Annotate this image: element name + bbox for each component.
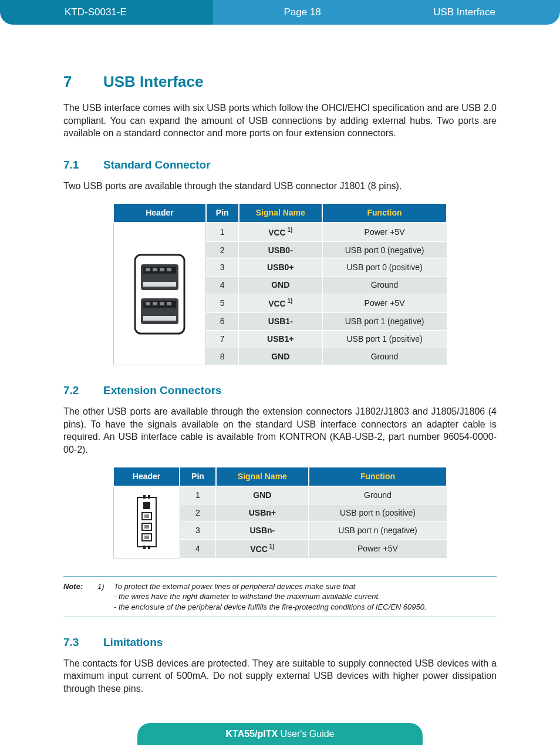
svg-rect-17	[148, 495, 150, 499]
col-header: Header	[113, 467, 180, 486]
section-7-2-title: 7.2Extension Connectors	[63, 383, 497, 398]
svg-rect-16	[143, 495, 146, 499]
header-image-cell	[113, 486, 180, 558]
function-cell: Ground	[322, 348, 447, 365]
function-cell: USB port 1 (positive)	[322, 330, 447, 348]
signal-cell: GND	[239, 348, 323, 365]
signal-cell: USB0+	[239, 259, 323, 277]
svg-rect-18	[143, 546, 146, 549]
function-cell: USB port n (positive)	[309, 504, 447, 522]
header-image-cell	[113, 223, 206, 365]
section-7-1-title: 7.1Standard Connector	[63, 157, 497, 173]
section-7-3-paragraph: The contacts for USB devices are protect…	[63, 657, 497, 695]
col-signal: Signal Name	[216, 467, 309, 486]
function-cell: USB port n (negative)	[309, 522, 447, 540]
pin-cell: 6	[206, 312, 239, 330]
col-pin: Pin	[206, 203, 239, 223]
pin-cell: 1	[206, 223, 239, 241]
svg-rect-3	[146, 268, 150, 271]
signal-cell: GND	[239, 277, 323, 294]
col-function: Function	[322, 203, 447, 223]
footnote-box: Note: 1) To protect the external power l…	[63, 576, 497, 618]
section-7-1-number: 7.1	[63, 157, 103, 173]
pin-cell: 8	[206, 348, 239, 365]
function-cell: Power +5V	[322, 294, 447, 313]
page-footer: KTA55/pITX User's Guide	[0, 721, 560, 747]
note-line: To protect the external power lines of p…	[114, 581, 427, 592]
chapter-title: 7USB Interface	[63, 72, 497, 92]
section-7-1-text: Standard Connector	[103, 159, 211, 171]
function-cell: Ground	[309, 486, 447, 504]
function-cell: Power +5V	[322, 223, 447, 241]
table-row: 1GNDGround	[113, 486, 447, 504]
section-7-2-paragraph: The other USB ports are available throug…	[63, 405, 497, 456]
signal-cell: VCC 1)	[239, 294, 323, 313]
signal-cell: VCC 1)	[216, 540, 309, 558]
chapter-text: USB Interface	[103, 73, 204, 90]
pin-cell: 3	[206, 259, 239, 277]
pin-cell: 7	[206, 330, 239, 348]
pin-cell: 4	[180, 540, 216, 558]
header-page: Page 18	[213, 0, 392, 25]
page-body: 7USB Interface The USB interface comes w…	[0, 25, 560, 695]
svg-rect-7	[143, 282, 176, 287]
col-pin: Pin	[180, 467, 216, 486]
note-line: - the enclosure of the peripheral device…	[114, 602, 427, 613]
pin-cell: 2	[180, 504, 216, 522]
pin-header-4-icon	[129, 494, 164, 550]
pin-cell: 2	[206, 241, 239, 259]
svg-rect-26	[144, 536, 149, 539]
svg-rect-14	[143, 316, 176, 321]
section-7-1-paragraph: Two USB ports are available through the …	[63, 180, 497, 193]
signal-cell: GND	[216, 486, 309, 504]
svg-rect-24	[144, 525, 149, 529]
usb-dual-connector-icon	[130, 250, 189, 338]
note-label: Note:	[63, 581, 92, 613]
footer-rest: User's Guide	[278, 729, 334, 739]
pin-cell: 3	[180, 522, 216, 540]
table-row: 1VCC 1)Power +5V	[113, 223, 447, 241]
signal-cell: USB0-	[239, 241, 323, 259]
extension-connector-table: Header Pin Signal Name Function 1GNDGrou…	[113, 466, 447, 558]
svg-rect-19	[148, 546, 150, 549]
svg-rect-20	[143, 502, 150, 509]
signal-cell: USBn-	[216, 522, 309, 540]
note-ref: 1)	[97, 581, 108, 613]
note-line: - the wires have the right diameter to w…	[114, 591, 427, 602]
svg-rect-5	[160, 268, 164, 271]
pin-cell: 1	[180, 486, 216, 504]
section-7-3-text: Limitations	[103, 636, 163, 648]
svg-rect-22	[144, 514, 149, 518]
function-cell: USB port 0 (positive)	[322, 259, 447, 277]
chapter-number: 7	[63, 72, 103, 92]
section-7-3-title: 7.3Limitations	[63, 635, 497, 650]
col-signal: Signal Name	[239, 203, 323, 223]
section-7-2-number: 7.2	[63, 383, 103, 398]
svg-rect-4	[153, 268, 157, 271]
function-cell: Power +5V	[309, 540, 447, 558]
footer-title: KTA55/pITX User's Guide	[137, 723, 422, 745]
signal-cell: USBn+	[216, 504, 309, 522]
function-cell: Ground	[322, 277, 447, 294]
col-header: Header	[113, 203, 206, 223]
signal-cell: VCC 1)	[239, 223, 323, 241]
svg-rect-11	[153, 302, 157, 305]
signal-cell: USB1-	[239, 312, 323, 330]
svg-rect-13	[167, 302, 171, 305]
header-doc-id: KTD-S0031-E	[0, 0, 213, 25]
svg-rect-12	[160, 302, 164, 305]
intro-paragraph: The USB interface comes with six USB por…	[63, 102, 497, 140]
note-text: To protect the external power lines of p…	[114, 581, 427, 613]
footer-bold: KTA55/pITX	[225, 729, 278, 739]
pin-cell: 5	[206, 294, 239, 313]
section-7-2-text: Extension Connectors	[103, 384, 222, 396]
standard-connector-table: Header Pin Signal Name Function 1VCC 1)P…	[113, 203, 447, 365]
function-cell: USB port 1 (negative)	[322, 312, 447, 330]
function-cell: USB port 0 (negative)	[322, 241, 447, 259]
col-function: Function	[309, 467, 447, 486]
header-section: USB Interface	[392, 0, 560, 25]
svg-rect-10	[146, 302, 150, 305]
section-7-3-number: 7.3	[63, 635, 103, 650]
pin-cell: 4	[206, 277, 239, 294]
page-header: KTD-S0031-E Page 18 USB Interface	[0, 0, 560, 25]
